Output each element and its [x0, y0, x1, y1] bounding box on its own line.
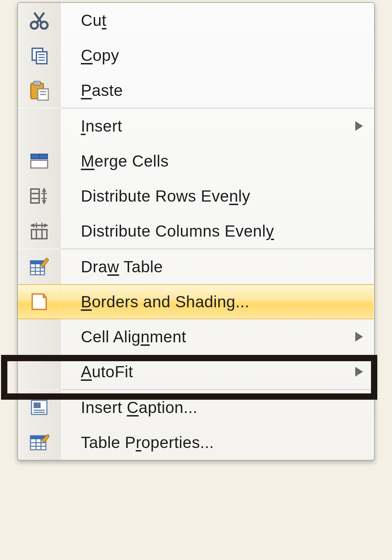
menu-item-autofit[interactable]: AutoFit [18, 354, 374, 389]
menu-item-merge-cells[interactable]: Merge Cells [18, 144, 374, 178]
copy-icon [18, 38, 61, 73]
draw-table-icon [18, 249, 61, 284]
chevron-right-icon [355, 367, 363, 377]
svg-rect-17 [31, 189, 39, 203]
menu-item-cell-alignment[interactable]: Cell Alignment [18, 319, 374, 354]
menu-item-distribute-rows[interactable]: Distribute Rows Evenly [18, 178, 374, 214]
menu-label: Insert [61, 117, 374, 135]
menu-label: Paste [61, 81, 374, 100]
svg-rect-41 [34, 402, 41, 408]
borders-shading-icon [18, 285, 61, 318]
menu-label: Distribute Rows Evenly [61, 187, 374, 205]
menu-label: AutoFit [61, 362, 374, 381]
svg-marker-30 [44, 223, 48, 227]
insert-caption-icon [18, 390, 61, 425]
chevron-right-icon [355, 332, 363, 342]
merge-cells-icon [18, 144, 61, 178]
table-properties-icon [18, 425, 61, 460]
menu-label: Draw Table [61, 257, 374, 276]
distribute-cols-icon [18, 214, 61, 248]
blank-icon [18, 108, 61, 144]
menu-item-borders-shading[interactable]: Borders and Shading... [18, 284, 374, 319]
svg-marker-21 [42, 188, 46, 192]
svg-point-3 [41, 22, 48, 29]
svg-point-2 [31, 22, 38, 29]
svg-marker-22 [42, 200, 46, 204]
blank-icon [18, 319, 61, 354]
cut-icon [18, 3, 61, 38]
svg-rect-15 [31, 160, 48, 168]
menu-item-distribute-columns[interactable]: Distribute Columns Evenly [18, 214, 374, 248]
menu-item-table-properties[interactable]: Table Properties... [18, 425, 374, 460]
menu-label: Distribute Columns Evenly [61, 222, 374, 240]
context-menu: Cut Copy [17, 2, 375, 461]
menu-item-insert-caption[interactable]: Insert Caption... [18, 390, 374, 425]
svg-marker-29 [30, 223, 34, 227]
menu-item-cut[interactable]: Cut [18, 3, 374, 38]
blank-icon [18, 354, 61, 389]
menu-label: Cut [61, 11, 374, 30]
menu-label: Borders and Shading... [61, 292, 374, 311]
menu-label: Copy [61, 46, 374, 65]
menu-item-insert[interactable]: Insert [18, 108, 374, 144]
distribute-rows-icon [18, 178, 61, 214]
menu-label: Cell Alignment [61, 327, 374, 346]
menu-label: Insert Caption... [61, 398, 374, 417]
svg-rect-10 [34, 81, 41, 85]
menu-label: Table Properties... [61, 433, 374, 452]
menu-item-copy[interactable]: Copy [18, 38, 374, 73]
svg-rect-25 [31, 230, 47, 239]
paste-icon [18, 73, 61, 108]
chevron-right-icon [355, 121, 363, 131]
menu-item-draw-table[interactable]: Draw Table [18, 249, 374, 284]
menu-label: Merge Cells [61, 152, 374, 170]
menu-item-paste[interactable]: Paste [18, 73, 374, 108]
